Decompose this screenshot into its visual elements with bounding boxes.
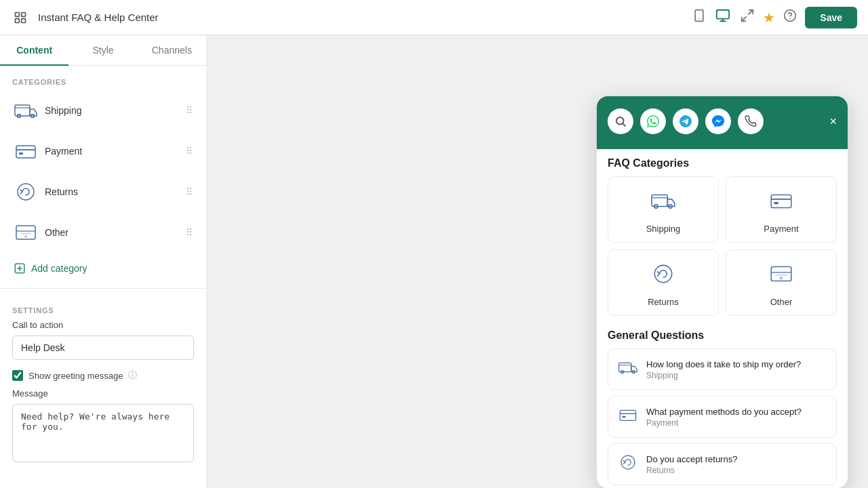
svg-point-19: [18, 184, 34, 200]
question-item-1[interactable]: What payment methods do you accept? Paym…: [608, 396, 837, 438]
responsive-icon[interactable]: [740, 8, 755, 26]
svg-rect-13: [15, 105, 30, 116]
greeting-checkbox[interactable]: [12, 370, 23, 381]
faq-card-returns[interactable]: Returns: [608, 249, 719, 316]
faq-other-icon: [768, 261, 794, 291]
drag-handle-shipping[interactable]: ⠿: [186, 105, 193, 116]
back-button[interactable]: [11, 8, 30, 27]
category-label-payment: Payment: [45, 146, 179, 157]
drag-handle-payment[interactable]: ⠿: [186, 146, 193, 157]
device-icons: [692, 8, 755, 26]
greeting-label: Show greeting message: [28, 371, 123, 381]
categories-label: CATEGORIES: [0, 66, 206, 92]
question-text-2: Do you accept returns?: [646, 454, 737, 464]
question-sub-0: Shipping: [646, 371, 801, 380]
tab-style[interactable]: Style: [68, 35, 137, 65]
question-sub-1: Payment: [646, 418, 802, 428]
question-sub-2: Returns: [646, 466, 737, 475]
svg-point-46: [621, 455, 635, 469]
greeting-row: Show greeting message ⓘ: [12, 369, 194, 382]
question-icon-shipping: [618, 357, 638, 382]
svg-rect-3: [22, 18, 26, 22]
svg-line-28: [623, 123, 625, 125]
svg-rect-29: [652, 195, 667, 207]
message-textarea[interactable]: Need help? We're always here for you.: [21, 411, 185, 452]
question-text-0: How long does it take to ship my order?: [646, 359, 801, 369]
canvas: × FAQ Categories Shipping: [207, 35, 868, 488]
app-title: Instant FAQ & Help Center: [38, 12, 684, 23]
widget-header: ×: [597, 96, 848, 149]
faq-card-label-shipping: Shipping: [646, 224, 681, 234]
faq-card-shipping[interactable]: Shipping: [608, 176, 719, 243]
widget-close-btn[interactable]: ×: [829, 115, 837, 129]
svg-rect-34: [774, 202, 778, 204]
message-label: Message: [12, 388, 194, 399]
widget-body: FAQ Categories Shipping Paym: [597, 149, 848, 488]
chat-widget: × FAQ Categories Shipping: [597, 96, 848, 488]
category-list: Shipping ⠿ Payment ⠿ Returns ⠿: [0, 92, 206, 254]
telegram-channel-btn[interactable]: [673, 108, 698, 134]
tab-content[interactable]: Content: [0, 35, 68, 65]
svg-rect-40: [619, 363, 631, 371]
add-category-label: Add category: [31, 263, 87, 274]
question-item-0[interactable]: How long does it take to ship my order? …: [608, 348, 837, 390]
svg-rect-18: [19, 152, 23, 155]
message-box: Need help? We're always here for you.: [12, 404, 194, 462]
topbar-right: ★ Save: [763, 7, 857, 28]
left-panel: Content Style Channels CATEGORIES Shippi…: [0, 35, 207, 488]
svg-rect-6: [717, 10, 729, 19]
svg-rect-2: [16, 18, 20, 22]
category-item-returns[interactable]: Returns ⠿: [8, 173, 198, 211]
whatsapp-channel-btn[interactable]: [640, 108, 666, 134]
save-button[interactable]: Save: [805, 7, 857, 28]
svg-rect-23: [20, 233, 31, 235]
returns-icon: [14, 180, 38, 204]
general-questions-title: General Questions: [608, 327, 837, 348]
tab-channels[interactable]: Channels: [138, 35, 206, 65]
category-item-shipping[interactable]: Shipping ⠿: [8, 92, 198, 129]
messenger-channel-btn[interactable]: [705, 108, 731, 134]
question-content-0: How long does it take to ship my order? …: [646, 359, 801, 380]
svg-rect-45: [623, 416, 626, 418]
cta-input[interactable]: [12, 336, 194, 360]
svg-line-10: [742, 17, 746, 21]
svg-point-22: [24, 235, 27, 238]
topbar: Instant FAQ & Help Center ★ Save: [0, 0, 868, 35]
category-item-payment[interactable]: Payment ⠿: [8, 132, 198, 170]
svg-rect-16: [16, 146, 35, 158]
add-category-button[interactable]: Add category: [0, 254, 206, 283]
phone-channel-btn[interactable]: [738, 108, 764, 134]
question-text-1: What payment methods do you accept?: [646, 407, 802, 417]
faq-grid: Shipping Payment Returns: [608, 176, 837, 316]
category-label-returns: Returns: [45, 186, 179, 197]
svg-line-9: [749, 10, 753, 14]
cta-label: Call to action: [12, 320, 194, 330]
info-icon[interactable]: ⓘ: [128, 369, 137, 382]
drag-handle-other[interactable]: ⠿: [186, 227, 193, 238]
svg-rect-0: [16, 12, 20, 16]
svg-point-38: [780, 277, 783, 279]
category-label-other: Other: [45, 227, 179, 238]
faq-categories-title: FAQ Categories: [608, 149, 837, 176]
mobile-icon[interactable]: [692, 9, 706, 26]
search-channel-btn[interactable]: [608, 108, 633, 134]
faq-card-label-payment: Payment: [764, 224, 798, 234]
question-item-2[interactable]: Do you accept returns? Returns: [608, 443, 837, 485]
main-content: Content Style Channels CATEGORIES Shippi…: [0, 35, 868, 488]
star-icon[interactable]: ★: [763, 9, 775, 26]
divider: [0, 288, 206, 289]
help-icon[interactable]: [783, 9, 797, 26]
desktop-icon[interactable]: [715, 8, 730, 26]
svg-point-35: [654, 265, 671, 282]
payment-icon: [14, 139, 38, 163]
svg-rect-1: [22, 12, 26, 16]
faq-card-payment[interactable]: Payment: [726, 176, 837, 243]
drag-handle-returns[interactable]: ⠿: [186, 186, 193, 197]
faq-card-other[interactable]: Other: [726, 249, 837, 316]
tabs: Content Style Channels: [0, 35, 206, 66]
faq-shipping-icon: [650, 188, 676, 218]
faq-card-label-other: Other: [770, 297, 793, 307]
category-item-other[interactable]: Other ⠿: [8, 214, 198, 251]
category-label-shipping: Shipping: [45, 105, 179, 116]
settings-label: SETTINGS: [0, 294, 206, 320]
